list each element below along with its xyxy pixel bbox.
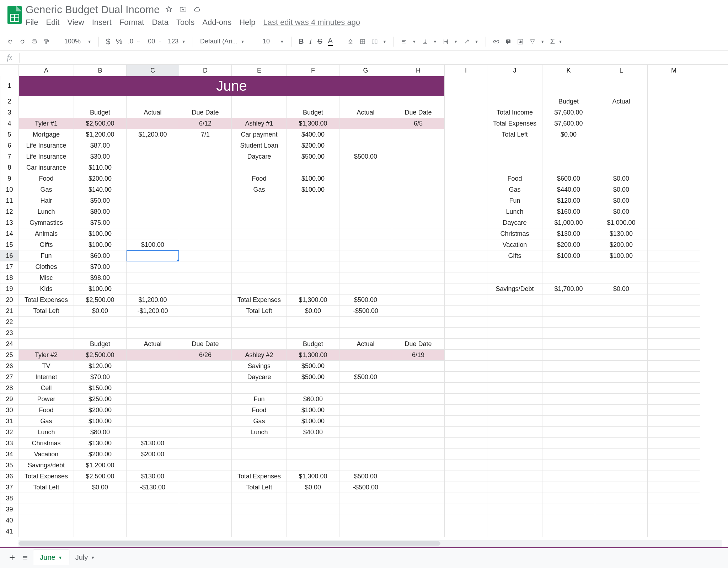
cell-G27[interactable]: $500.00 xyxy=(339,372,392,383)
cell-B9[interactable]: $200.00 xyxy=(74,173,127,184)
cell-D10[interactable] xyxy=(179,184,232,195)
text-rotation-button[interactable]: ▼ xyxy=(461,36,481,47)
cell-B22[interactable] xyxy=(74,317,127,328)
star-icon[interactable] xyxy=(165,5,173,14)
cell-I13[interactable] xyxy=(445,217,487,228)
cell-A17[interactable]: Clothes xyxy=(19,261,74,272)
cell-L31[interactable] xyxy=(595,416,648,427)
increase-decimal-button[interactable]: .00 → xyxy=(144,36,164,47)
cell-D38[interactable] xyxy=(179,493,232,504)
cell-E19[interactable] xyxy=(232,283,287,294)
cell-D30[interactable] xyxy=(179,405,232,416)
cell-J25[interactable] xyxy=(487,350,542,361)
cell-G13[interactable] xyxy=(339,217,392,228)
row-header-22[interactable]: 22 xyxy=(0,317,19,328)
row-header-11[interactable]: 11 xyxy=(0,195,19,206)
cell-F23[interactable] xyxy=(287,328,339,339)
cell-E34[interactable] xyxy=(232,449,287,460)
cell-M22[interactable] xyxy=(648,317,700,328)
cell-A9[interactable]: Food xyxy=(19,173,74,184)
cell-B21[interactable]: $0.00 xyxy=(74,306,127,317)
cell-G32[interactable] xyxy=(339,427,392,438)
cell-M12[interactable] xyxy=(648,206,700,217)
cell-E13[interactable] xyxy=(232,217,287,228)
cell-D11[interactable] xyxy=(179,195,232,206)
cell-F19[interactable] xyxy=(287,283,339,294)
cell-G26[interactable] xyxy=(339,361,392,372)
cell-D7[interactable] xyxy=(179,151,232,162)
cell-G2[interactable] xyxy=(339,96,392,107)
cell-F12[interactable] xyxy=(287,206,339,217)
cell-J4[interactable]: Total Expenses xyxy=(487,118,542,129)
cell-G5[interactable] xyxy=(339,129,392,140)
cell-L5[interactable] xyxy=(595,129,648,140)
cell-H22[interactable] xyxy=(392,317,445,328)
cell-A16[interactable]: Fun xyxy=(19,250,74,261)
column-header-C[interactable]: C xyxy=(127,65,179,76)
cell-A12[interactable]: Lunch xyxy=(19,206,74,217)
cell-H6[interactable] xyxy=(392,140,445,151)
row-header-39[interactable]: 39 xyxy=(0,504,19,515)
cell-I36[interactable] xyxy=(445,471,487,482)
vertical-align-button[interactable]: ▼ xyxy=(420,36,439,47)
cell-B14[interactable]: $100.00 xyxy=(74,228,127,239)
cell-J15[interactable]: Vacation xyxy=(487,239,542,250)
cell-M4[interactable] xyxy=(648,118,700,129)
cell-A40[interactable] xyxy=(19,515,74,526)
cell-L10[interactable]: $0.00 xyxy=(595,184,648,195)
cell-B27[interactable]: $70.00 xyxy=(74,372,127,383)
cell-A3[interactable] xyxy=(19,107,74,118)
cell-E11[interactable] xyxy=(232,195,287,206)
cell-F27[interactable]: $500.00 xyxy=(287,372,339,383)
decrease-decimal-button[interactable]: .0 ← xyxy=(126,36,143,47)
column-header-D[interactable]: D xyxy=(179,65,232,76)
cell-H23[interactable] xyxy=(392,328,445,339)
cell-C7[interactable] xyxy=(127,151,179,162)
cell-A7[interactable]: Life Insurance xyxy=(19,151,74,162)
last-edit-link[interactable]: Last edit was 4 minutes ago xyxy=(263,18,360,27)
cell-J36[interactable] xyxy=(487,471,542,482)
cell-E8[interactable] xyxy=(232,162,287,173)
cell-D19[interactable] xyxy=(179,283,232,294)
cell-E5[interactable]: Car payment xyxy=(232,129,287,140)
cell-F35[interactable] xyxy=(287,460,339,471)
add-sheet-button[interactable]: + xyxy=(7,551,17,565)
cell-A10[interactable]: Gas xyxy=(19,184,74,195)
cell-A18[interactable]: Misc xyxy=(19,272,74,283)
cell-D3[interactable]: Due Date xyxy=(179,107,232,118)
cell-I18[interactable] xyxy=(445,272,487,283)
row-header-32[interactable]: 32 xyxy=(0,427,19,438)
cell-L36[interactable] xyxy=(595,471,648,482)
cell-E37[interactable]: Total Left xyxy=(232,482,287,493)
cell-G31[interactable] xyxy=(339,416,392,427)
cell-F39[interactable] xyxy=(287,504,339,515)
cell-K18[interactable] xyxy=(542,272,595,283)
cell-M17[interactable] xyxy=(648,261,700,272)
cell-I9[interactable] xyxy=(445,173,487,184)
cell-L20[interactable] xyxy=(595,294,648,306)
cell-G10[interactable] xyxy=(339,184,392,195)
cell-D2[interactable] xyxy=(179,96,232,107)
cell-C6[interactable] xyxy=(127,140,179,151)
cell-I15[interactable] xyxy=(445,239,487,250)
cell-C40[interactable] xyxy=(127,515,179,526)
cell-F25[interactable]: $1,300.00 xyxy=(287,350,339,361)
cell-L3[interactable] xyxy=(595,107,648,118)
cell-J37[interactable] xyxy=(487,482,542,493)
cell-J7[interactable] xyxy=(487,151,542,162)
cell-A23[interactable] xyxy=(19,328,74,339)
cell-C31[interactable] xyxy=(127,416,179,427)
cell-H19[interactable] xyxy=(392,283,445,294)
cell-L6[interactable] xyxy=(595,140,648,151)
zoom-dropdown[interactable]: 100% ▼ xyxy=(62,36,93,47)
cell-C23[interactable] xyxy=(127,328,179,339)
cell-A24[interactable] xyxy=(19,339,74,350)
cell-G9[interactable] xyxy=(339,173,392,184)
font-size-dropdown[interactable]: 10 ▼ xyxy=(257,36,286,47)
cell-M34[interactable] xyxy=(648,449,700,460)
cell-C22[interactable] xyxy=(127,317,179,328)
cell-H33[interactable] xyxy=(392,438,445,449)
cell-H24[interactable]: Due Date xyxy=(392,339,445,350)
insert-comment-button[interactable] xyxy=(503,37,514,46)
cell-L29[interactable] xyxy=(595,394,648,405)
